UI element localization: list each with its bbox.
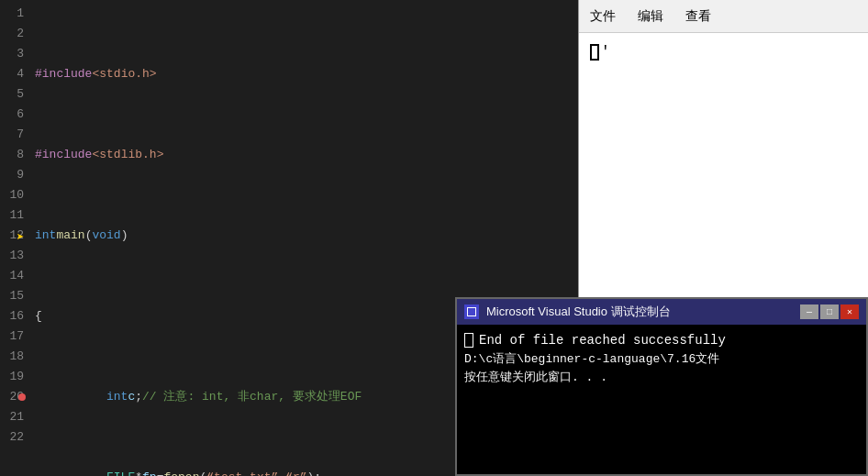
- console-cursor: [464, 333, 473, 348]
- console-output-line3: 按任意键关闭此窗口. . .: [464, 369, 859, 387]
- cursor-rect: [590, 44, 599, 61]
- menu-file[interactable]: 文件: [590, 8, 616, 25]
- console-text-line1: End of file reached successfully: [479, 330, 726, 350]
- console-output-line2: D:\c语言\beginner-c-language\7.16文件: [464, 350, 859, 369]
- code-line-2: #include <stdlib.h>: [35, 145, 571, 165]
- console-window[interactable]: Microsoft Visual Studio 调试控制台 — □ ✕ End …: [455, 297, 868, 476]
- console-icon-inner: [467, 307, 476, 316]
- console-body: End of file reached successfully D:\c语言\…: [457, 325, 866, 474]
- menu-edit[interactable]: 编辑: [638, 8, 663, 25]
- menu-bar: 文件 编辑 查看: [579, 0, 868, 33]
- cursor-apostrophe: ': [601, 44, 610, 61]
- code-line-1: #include <stdio.h>: [35, 64, 571, 84]
- console-maximize-button[interactable]: □: [820, 304, 839, 319]
- cursor-display: ': [590, 44, 857, 61]
- console-minimize-button[interactable]: —: [800, 304, 818, 319]
- console-output-line1: End of file reached successfully: [464, 330, 859, 350]
- console-close-button[interactable]: ✕: [840, 304, 859, 319]
- console-app-icon: [464, 304, 479, 319]
- console-controls: — □ ✕: [800, 304, 859, 319]
- console-title: Microsoft Visual Studio 调试控制台: [486, 304, 793, 320]
- menu-view[interactable]: 查看: [685, 8, 711, 25]
- console-titlebar: Microsoft Visual Studio 调试控制台 — □ ✕: [457, 299, 866, 325]
- code-line-3: ➤ int main(void): [35, 226, 571, 246]
